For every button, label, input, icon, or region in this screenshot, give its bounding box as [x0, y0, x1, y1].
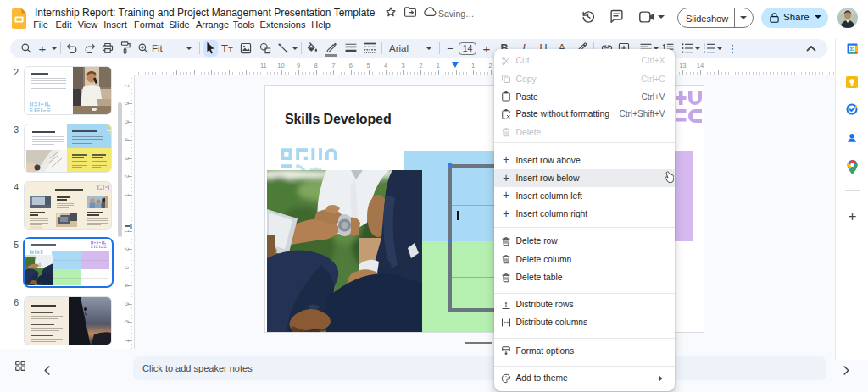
svg-text:1: 1 [704, 43, 705, 47]
svg-text:31: 31 [849, 46, 854, 51]
svg-text:3: 3 [704, 51, 705, 53]
svg-text:2: 2 [704, 47, 705, 50]
